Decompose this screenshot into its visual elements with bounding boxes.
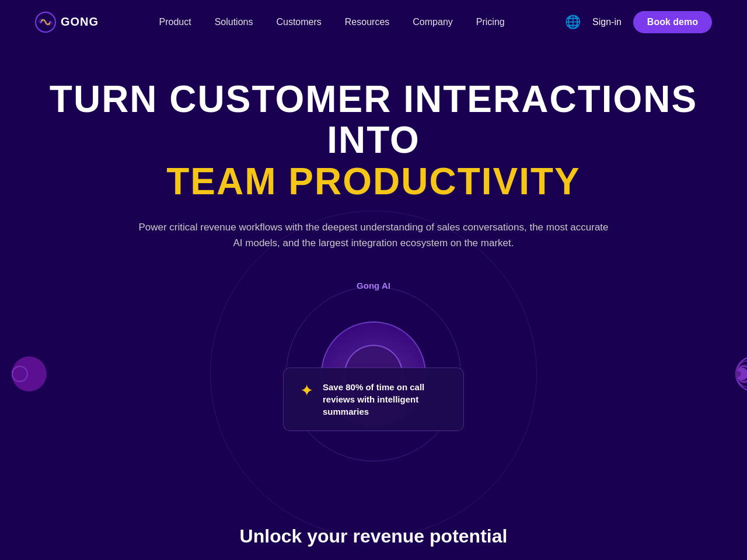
hero-title: TURN CUSTOMER INTERACTIONS INTO TEAM PRO… [12, 79, 735, 202]
nav-resources[interactable]: Resources [345, 17, 389, 27]
svg-point-2 [49, 21, 51, 23]
nav-pricing[interactable]: Pricing [476, 17, 505, 27]
svg-point-1 [40, 21, 42, 23]
nav-customers[interactable]: Customers [276, 17, 321, 27]
ai-feature-card: ✦ Save 80% of time on call reviews with … [283, 368, 464, 431]
nav-solutions[interactable]: Solutions [215, 17, 253, 27]
logo[interactable]: GONG [35, 12, 99, 33]
dot [12, 366, 28, 382]
brand-name: GONG [61, 15, 99, 29]
book-demo-button[interactable]: Book demo [633, 11, 712, 33]
gong-ai-label: Gong AI [357, 281, 390, 290]
hero-title-line1: TURN CUSTOMER INTERACTIONS INTO [12, 79, 735, 161]
navbar: GONG Product Solutions Customers Resourc… [0, 0, 747, 44]
hero-title-line2: TEAM PRODUCTIVITY [12, 161, 735, 202]
nav-product[interactable]: Product [159, 17, 191, 27]
nav-company[interactable]: Company [413, 17, 452, 27]
language-button[interactable]: 🌐 [565, 15, 581, 30]
ai-card-text: Save 80% of time on call reviews with in… [323, 381, 447, 418]
orbit-section: Gong AI ✦ Save 80% of time on call revie… [0, 251, 747, 496]
nav-links: Product Solutions Customers Resources Co… [159, 17, 504, 27]
signin-button[interactable]: Sign-in [592, 17, 622, 27]
ai-card-icon: ✦ [300, 381, 313, 400]
nav-right: 🌐 Sign-in Book demo [565, 11, 712, 33]
